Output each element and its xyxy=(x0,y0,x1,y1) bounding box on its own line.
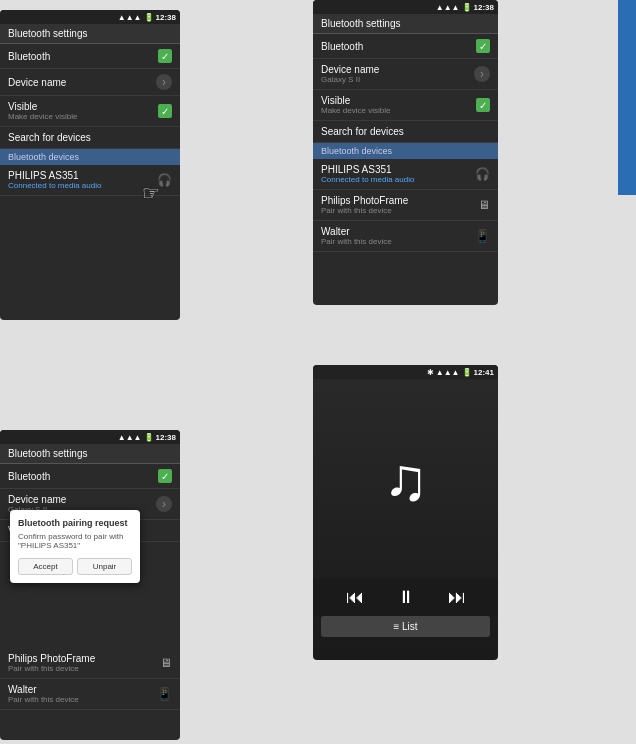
screen-title-bl: Bluetooth settings xyxy=(0,444,180,464)
signal-icon-br: ▲▲▲ xyxy=(436,368,460,377)
headphone-icon-tr: 🎧 xyxy=(475,167,490,181)
walter-name-tr: Walter xyxy=(321,226,392,237)
time-bl: 12:38 xyxy=(156,433,176,442)
player-controls: ⏮ ⏸ ⏭ xyxy=(313,579,498,616)
device-row-photoframe-tr[interactable]: Philips PhotoFrame Pair with this device… xyxy=(313,190,498,221)
visible-row-tr[interactable]: Visible Make device visible ✓ xyxy=(313,90,498,121)
section-header-tr: Bluetooth devices xyxy=(313,143,498,159)
visible-label-group-tl: Visible Make device visible xyxy=(8,101,77,121)
visible-sub-tl: Make device visible xyxy=(8,112,77,121)
device-info-walter-tr: Walter Pair with this device xyxy=(321,226,392,246)
screen-top-right: ▲▲▲ 🔋 12:38 Bluetooth settings Bluetooth… xyxy=(313,0,498,305)
bluetooth-dialog: Bluetooth pairing request Confirm passwo… xyxy=(10,510,140,583)
screen-icon-bl: 🖥 xyxy=(160,656,172,670)
visible-row-tl[interactable]: Visible Make device visible ✓ xyxy=(0,96,180,127)
music-note-area: ♫ xyxy=(313,379,498,579)
signal-icon: ▲▲▲ xyxy=(118,13,142,22)
music-note-icon: ♫ xyxy=(383,445,428,514)
phone-icon-bl: 📱 xyxy=(157,687,172,701)
dialog-title: Bluetooth pairing request xyxy=(18,518,132,528)
bluetooth-row-tr[interactable]: Bluetooth ✓ xyxy=(313,34,498,59)
status-bar-bl: ▲▲▲ 🔋 12:38 xyxy=(0,430,180,444)
status-bar-tr: ▲▲▲ 🔋 12:38 xyxy=(313,0,498,14)
device-row-philips-tr[interactable]: PHILIPS AS351 Connected to media audio 🎧 xyxy=(313,159,498,190)
photoframe-name-tr: Philips PhotoFrame xyxy=(321,195,408,206)
philips-name-tr: PHILIPS AS351 xyxy=(321,164,414,175)
screen-bottom-left: ▲▲▲ 🔋 12:38 Bluetooth settings Bluetooth… xyxy=(0,430,180,740)
unpair-button[interactable]: Unpair xyxy=(77,558,132,575)
blue-accent xyxy=(618,0,636,195)
visible-label-tr: Visible xyxy=(321,95,390,106)
device-row-walter-tr[interactable]: Walter Pair with this device 📱 xyxy=(313,221,498,252)
photoframe-name-bl: Philips PhotoFrame xyxy=(8,653,95,664)
bluetooth-row-bl[interactable]: Bluetooth ✓ xyxy=(0,464,180,489)
device-name-arrow-tr: › xyxy=(474,66,490,82)
screen-top-left: ▲▲▲ 🔋 12:38 Bluetooth settings Bluetooth… xyxy=(0,10,180,320)
visible-checkbox-tl[interactable]: ✓ xyxy=(158,104,172,118)
device-row-walter-bl[interactable]: Walter Pair with this device 📱 xyxy=(0,679,180,710)
battery-icon-br: 🔋 xyxy=(462,368,472,377)
bluetooth-checkbox-bl[interactable]: ✓ xyxy=(158,469,172,483)
signal-icon-bl: ▲▲▲ xyxy=(118,433,142,442)
list-button[interactable]: ≡ List xyxy=(321,616,490,637)
time-br: 12:41 xyxy=(474,368,494,377)
screen-icon-tr: 🖥 xyxy=(478,198,490,212)
device-info-philips-tr: PHILIPS AS351 Connected to media audio xyxy=(321,164,414,184)
accept-button[interactable]: Accept xyxy=(18,558,73,575)
walter-name-bl: Walter xyxy=(8,684,79,695)
visible-label-tl: Visible xyxy=(8,101,77,112)
screen-bottom-right: ✱ ▲▲▲ 🔋 12:41 ♫ ⏮ ⏸ ⏭ ≡ List xyxy=(313,365,498,660)
device-name-arrow-tl: › xyxy=(156,74,172,90)
bluetooth-checkbox-tr[interactable]: ✓ xyxy=(476,39,490,53)
device-info-walter-bl: Walter Pair with this device xyxy=(8,684,79,704)
next-button[interactable]: ⏭ xyxy=(448,587,466,608)
battery-icon-bl: 🔋 xyxy=(144,433,154,442)
device-info-tl: PHILIPS AS351 Connected to media audio xyxy=(8,170,101,190)
phone-icon-tr: 📱 xyxy=(475,229,490,243)
headphone-icon-tl: 🎧 xyxy=(157,173,172,187)
visible-label-group-tr: Visible Make device visible xyxy=(321,95,390,115)
device-name-label-tl: Device name xyxy=(8,77,66,88)
device-row-philips-tl[interactable]: PHILIPS AS351 Connected to media audio 🎧… xyxy=(0,165,180,196)
device-name-philips-tl: PHILIPS AS351 xyxy=(8,170,101,181)
section-header-tl: Bluetooth devices xyxy=(0,149,180,165)
dialog-body: Confirm password to pair with "PHILIPS A… xyxy=(18,532,132,550)
bluetooth-checkbox-tl[interactable]: ✓ xyxy=(158,49,172,63)
signal-icon-tr: ▲▲▲ xyxy=(436,3,460,12)
search-btn-tr[interactable]: Search for devices xyxy=(313,121,498,143)
photoframe-sub-bl: Pair with this device xyxy=(8,664,95,673)
pause-button[interactable]: ⏸ xyxy=(397,587,415,608)
bluetooth-label-bl: Bluetooth xyxy=(8,471,50,482)
battery-icon-tr: 🔋 xyxy=(462,3,472,12)
device-name-group-tr: Device name Galaxy S II xyxy=(321,64,379,84)
walter-sub-bl: Pair with this device xyxy=(8,695,79,704)
device-row-photoframe-bl[interactable]: Philips PhotoFrame Pair with this device… xyxy=(0,648,180,679)
search-btn-tl[interactable]: Search for devices xyxy=(0,127,180,149)
dialog-buttons: Accept Unpair xyxy=(18,558,132,575)
screen-title-tr: Bluetooth settings xyxy=(313,14,498,34)
philips-sub-tr: Connected to media audio xyxy=(321,175,414,184)
device-list-bl: Philips PhotoFrame Pair with this device… xyxy=(0,648,180,710)
walter-sub-tr: Pair with this device xyxy=(321,237,392,246)
device-name-arrow-bl: › xyxy=(156,496,172,512)
device-name-label-tr: Device name xyxy=(321,64,379,75)
bt-icon-br: ✱ xyxy=(427,368,434,377)
visible-sub-tr: Make device visible xyxy=(321,106,390,115)
hand-cursor-bl: ☞ xyxy=(20,581,36,603)
prev-button[interactable]: ⏮ xyxy=(346,587,364,608)
battery-icon: 🔋 xyxy=(144,13,154,22)
photoframe-sub-tr: Pair with this device xyxy=(321,206,408,215)
device-name-row-tr[interactable]: Device name Galaxy S II › xyxy=(313,59,498,90)
device-info-photoframe-tr: Philips PhotoFrame Pair with this device xyxy=(321,195,408,215)
status-bar-br: ✱ ▲▲▲ 🔋 12:41 xyxy=(313,365,498,379)
device-info-photoframe-bl: Philips PhotoFrame Pair with this device xyxy=(8,653,95,673)
device-name-sub-tr: Galaxy S II xyxy=(321,75,379,84)
bluetooth-label-tl: Bluetooth xyxy=(8,51,50,62)
screen-title-tl: Bluetooth settings xyxy=(0,24,180,44)
device-name-row-tl[interactable]: Device name › xyxy=(0,69,180,96)
bluetooth-row-tl[interactable]: Bluetooth ✓ xyxy=(0,44,180,69)
device-sub-philips-tl: Connected to media audio xyxy=(8,181,101,190)
bluetooth-label-tr: Bluetooth xyxy=(321,41,363,52)
time-tl: 12:38 xyxy=(156,13,176,22)
visible-checkbox-tr[interactable]: ✓ xyxy=(476,98,490,112)
